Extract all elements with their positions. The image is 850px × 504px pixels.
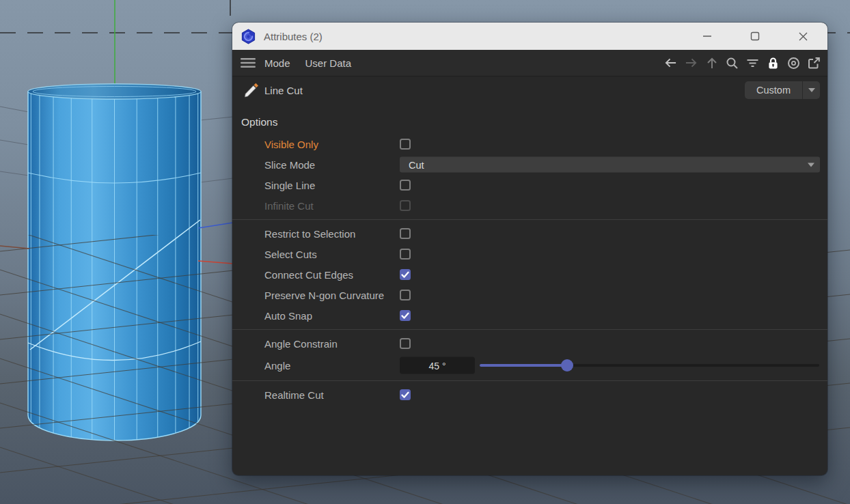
- search-icon[interactable]: [726, 57, 739, 70]
- checkbox-single-line[interactable]: [400, 180, 411, 191]
- option-label: Select Cuts: [264, 249, 317, 260]
- slider-handle[interactable]: [561, 359, 573, 372]
- option-row-restrict-to-selection: Restrict to Selection: [232, 223, 827, 244]
- dropdown-slice-mode[interactable]: Cut: [400, 157, 820, 173]
- dropdown-value: Cut: [409, 159, 808, 170]
- options-section-header: Options: [241, 113, 827, 131]
- option-row-connect-cut-edges: Connect Cut Edges: [232, 264, 827, 285]
- separator: [232, 380, 827, 381]
- option-row-angle-constrain: Angle Constrain: [232, 333, 827, 354]
- window-title: Attributes (2): [264, 31, 323, 42]
- checkbox-realtime-cut[interactable]: [400, 389, 411, 400]
- option-row-slice-mode: Slice ModeCut: [232, 154, 827, 175]
- target-record-icon[interactable]: [787, 57, 800, 70]
- checkbox-visible-only[interactable]: [400, 139, 411, 150]
- value-field-angle[interactable]: 45 °: [400, 357, 475, 374]
- open-external-icon[interactable]: [808, 57, 821, 70]
- option-label: Infinite Cut: [264, 200, 314, 212]
- checkbox-infinite-cut: [400, 200, 411, 211]
- checkbox-auto-snap[interactable]: [400, 310, 411, 321]
- option-row-select-cuts: Select Cuts: [232, 244, 827, 264]
- tool-name: Line Cut: [264, 85, 303, 96]
- forward-arrow-icon[interactable]: [685, 57, 698, 70]
- preset-label: Custom: [745, 85, 802, 96]
- titlebar[interactable]: Attributes (2): [232, 23, 827, 50]
- slider-angle[interactable]: [480, 359, 819, 372]
- chevron-down-icon: [808, 163, 814, 167]
- checkbox-connect-cut-edges[interactable]: [400, 269, 411, 280]
- option-row-angle: Angle45 °: [232, 354, 827, 377]
- separator: [232, 219, 827, 220]
- menubar: Mode User Data: [232, 50, 827, 76]
- back-arrow-icon[interactable]: [664, 57, 677, 70]
- minimize-button[interactable]: [692, 23, 722, 50]
- option-label: Auto Snap: [264, 310, 312, 322]
- up-arrow-icon[interactable]: [705, 57, 718, 70]
- preset-dropdown[interactable]: Custom: [745, 81, 820, 99]
- option-row-visible-only: Visible Only: [232, 134, 827, 154]
- option-label: Realtime Cut: [264, 389, 324, 401]
- lock-icon[interactable]: [767, 57, 780, 70]
- filter-icon[interactable]: [746, 57, 759, 70]
- option-label: Angle: [264, 360, 290, 372]
- option-label: Slice Mode: [264, 159, 315, 171]
- attributes-window: Attributes (2) Mode User Data: [232, 23, 827, 475]
- option-row-realtime-cut: Realtime Cut: [232, 384, 827, 405]
- separator: [232, 329, 827, 330]
- options-section: Options Visible OnlySlice ModeCutSingle …: [232, 113, 827, 405]
- checkbox-angle-constrain[interactable]: [400, 338, 411, 349]
- option-label: Angle Constrain: [264, 338, 338, 350]
- maximize-button[interactable]: [740, 23, 770, 50]
- tool-header: Line Cut Custom: [232, 76, 827, 104]
- checkbox-select-cuts[interactable]: [400, 249, 411, 260]
- menu-mode[interactable]: Mode: [264, 57, 290, 69]
- knife-icon: [243, 81, 260, 102]
- hamburger-menu-icon[interactable]: [241, 57, 256, 69]
- checkbox-preserve-n-gon-curvature[interactable]: [400, 290, 411, 300]
- option-label: Single Line: [264, 180, 315, 191]
- option-label: Restrict to Selection: [264, 228, 355, 240]
- option-label: Preserve N-gon Curvature: [264, 290, 384, 301]
- checkbox-restrict-to-selection[interactable]: [400, 228, 411, 239]
- chevron-down-icon: [803, 88, 820, 92]
- option-label: Connect Cut Edges: [264, 269, 353, 281]
- option-row-infinite-cut: Infinite Cut: [232, 195, 827, 216]
- menu-user-data[interactable]: User Data: [305, 57, 352, 69]
- option-row-preserve-n-gon-curvature: Preserve N-gon Curvature: [232, 285, 827, 305]
- close-button[interactable]: [788, 23, 818, 50]
- option-row-single-line: Single Line: [232, 175, 827, 195]
- option-label: Visible Only: [264, 139, 318, 150]
- app-icon: [241, 29, 256, 44]
- option-row-auto-snap: Auto Snap: [232, 305, 827, 326]
- slider-fill: [480, 364, 567, 367]
